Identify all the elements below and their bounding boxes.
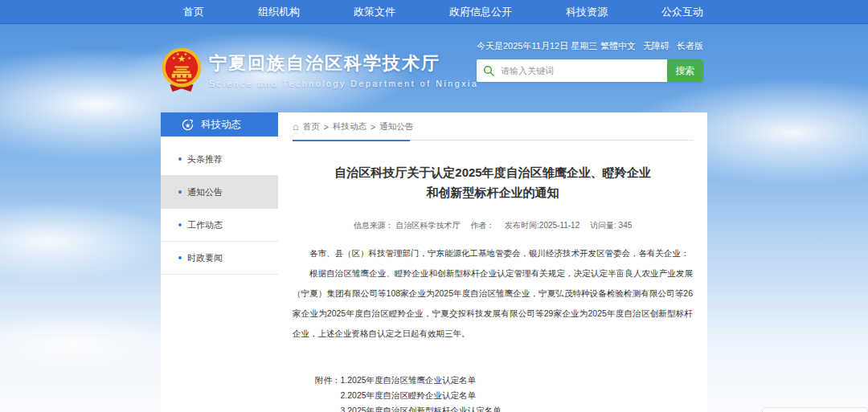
sidebar-item-label: 头条推荐 [187, 153, 223, 165]
nav-item-sci-resources[interactable]: 科技资源 [566, 5, 608, 19]
bullet-icon [178, 157, 182, 161]
article-title: 自治区科技厅关于认定2025年度自治区雏鹰企业、瞪羚企业 和创新型标杆企业的通知 [293, 163, 693, 203]
search-bar: 搜索 [477, 59, 703, 82]
sidebar-item-current-politics[interactable]: 时政要闻 [161, 242, 278, 275]
home-icon: ⌂ [293, 123, 299, 131]
nav-item-policy[interactable]: 政策文件 [354, 5, 395, 19]
national-emblem-logo: ★ ★ ★ ★ ★ [161, 47, 203, 96]
nav-item-gov-info[interactable]: 政府信息公开 [449, 5, 512, 19]
content-area: ⌂ 首页 > 科技动态 > 通知公告 自治区科技厅关于认定2025年度自治区雏鹰… [278, 112, 707, 412]
svg-text:★: ★ [188, 56, 192, 60]
paragraph: 各市、县（区）科技管理部门，宁东能源化工基地管委会，银川经济技术开发区管委会，各… [293, 243, 693, 263]
svg-text:★: ★ [172, 56, 176, 60]
search-input[interactable] [501, 59, 667, 82]
link-accessibility[interactable]: 无障碍 [643, 40, 669, 52]
bullet-icon [178, 223, 182, 226]
sidebar-header: ★ 科技动态 [161, 112, 278, 137]
attachment-link[interactable]: 2.2025年度自治区瞪羚企业认定名单 [341, 388, 502, 403]
attachments-label: 附件： [315, 373, 341, 412]
sidebar-item-label: 工作动态 [187, 219, 223, 231]
sidebar: ★ 科技动态 头条推荐 通知公告 工作动态 时政要闻 [161, 112, 278, 412]
search-button[interactable]: 搜索 [667, 59, 703, 82]
meta-views: 访问量: 345 [590, 221, 632, 230]
current-date: 今天是2025年11月12日 星期三 [477, 40, 597, 52]
svg-text:★: ★ [176, 52, 180, 56]
sidebar-item-headlines[interactable]: 头条推荐 [161, 143, 278, 176]
paragraph: 根据自治区雏鹰企业、瞪羚企业和创新型标杆企业认定管理有关规定，决定认定半亩良人农… [293, 263, 693, 344]
sidebar-item-notices[interactable]: 通知公告 [161, 176, 278, 209]
nav-item-home[interactable]: 首页 [183, 5, 204, 19]
nav-item-public-interaction[interactable]: 公众互动 [661, 5, 703, 19]
bullet-icon [178, 190, 182, 194]
attachment-link[interactable]: 3.2025年度自治区创新型标杆企业认定名单 [341, 403, 502, 412]
breadcrumb-link[interactable]: 首页 [303, 121, 320, 133]
attachments: 附件： 1.2025年度自治区雏鹰企业认定名单 2.2025年度自治区瞪羚企业认… [315, 373, 693, 412]
star-circle-icon: ★ [182, 119, 194, 131]
article-body: 各市、县（区）科技管理部门，宁东能源化工基地管委会，银川经济技术开发区管委会，各… [293, 243, 693, 344]
breadcrumb: ⌂ 首页 > 科技动态 > 通知公告 [293, 112, 693, 139]
site-title-english: Science and Technology Department of Nin… [209, 79, 478, 88]
top-navigation: 首页 组织机构 政策文件 政府信息公开 科技资源 公众互动 [0, 0, 868, 24]
breadcrumb-separator: > [324, 122, 329, 132]
breadcrumb-link[interactable]: 科技动态 [333, 121, 366, 133]
meta-author: 作者： [470, 221, 494, 230]
breadcrumb-divider [293, 139, 693, 141]
site-title: 宁夏回族自治区科学技术厅 [209, 53, 478, 74]
site-branding: ★ ★ ★ ★ ★ 宁夏回族自治区科学技术厅 Science and Techn… [161, 47, 478, 96]
article-meta: 信息来源： 自治区科学技术厅 作者： 发布时间:2025-11-12 访问量: … [293, 220, 693, 231]
sidebar-item-label: 时政要闻 [187, 252, 223, 264]
bullet-icon [178, 256, 182, 259]
sidebar-title: 科技动态 [201, 118, 241, 132]
main-panel: ★ 科技动态 头条推荐 通知公告 工作动态 时政要闻 [161, 112, 707, 412]
sidebar-item-label: 通知公告 [187, 186, 223, 198]
search-icon [477, 59, 501, 82]
nav-item-organization[interactable]: 组织机构 [258, 5, 300, 19]
breadcrumb-link[interactable]: 通知公告 [379, 121, 413, 133]
link-traditional-chinese[interactable]: 繁體中文 [600, 40, 636, 52]
header-right: 今天是2025年11月12日 星期三 繁體中文 无障碍 长者版 搜索 [477, 40, 703, 82]
attachment-link[interactable]: 1.2025年度自治区雏鹰企业认定名单 [341, 373, 502, 388]
link-elderly-version[interactable]: 长者版 [677, 40, 703, 52]
svg-text:★: ★ [185, 121, 190, 128]
below-fold-panel [762, 407, 868, 412]
meta-source: 信息来源： 自治区科学技术厅 [354, 221, 461, 230]
breadcrumb-separator: > [371, 122, 375, 132]
sidebar-item-work-updates[interactable]: 工作动态 [161, 209, 278, 242]
meta-publish-date: 发布时间:2025-11-12 [505, 221, 579, 230]
